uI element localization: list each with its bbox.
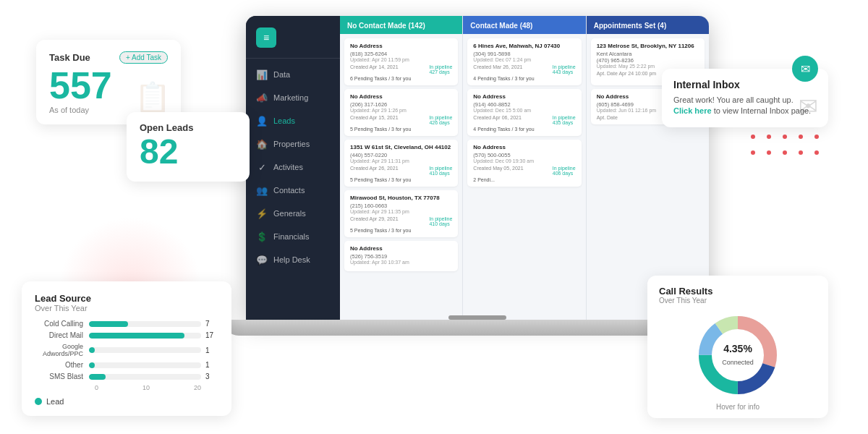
open-leads-title: Open Leads [140, 122, 237, 133]
kanban-card[interactable]: No Address (818) 325-6264 Updated: Apr 2… [344, 38, 458, 85]
kanban-card[interactable]: 6 Hines Ave, Mahwah, NJ 07430 (304) 991-… [467, 38, 581, 85]
properties-icon: 🏠 [256, 138, 268, 150]
legend-label: Lead [46, 397, 64, 406]
call-results-title: Call Results [659, 286, 817, 297]
sidebar-item-activities[interactable]: ✓ Activites [246, 156, 340, 179]
inbox-link-suffix: to view Internal Inbox page. [712, 106, 812, 115]
inbox-card: ✉ Internal Inbox Great work! You are all… [662, 69, 828, 127]
legend: Lead [35, 397, 218, 406]
bar-row-sms: SMS Blast 3 [35, 373, 218, 380]
sidebar-label-properties: Properties [273, 140, 310, 148]
kanban-col-contact-made: Contact Made (48) 6 Hines Ave, Mahwah, N… [463, 16, 586, 320]
sidebar-logo: ≡ [246, 27, 340, 59]
data-icon: 📊 [256, 69, 268, 80]
laptop-screen: ≡ 📊 Data 📣 Marketing 👤 Leads 🏠 Propertie… [246, 16, 709, 320]
bar-row-cold-calling: Cold Calling 7 [35, 320, 218, 328]
kanban-board: No Contact Made (142) No Address (818) 3… [340, 16, 709, 320]
contacts-icon: 👥 [256, 184, 268, 196]
inbox-link[interactable]: Click here [673, 106, 712, 115]
sidebar-item-helpdesk[interactable]: 💬 Help Desk [246, 248, 340, 271]
task-due-title: Task Due [49, 52, 90, 63]
donut-chart: 4.35% Connected [694, 312, 781, 399]
bar-label: Direct Mail [35, 331, 89, 339]
helpdesk-icon: 💬 [256, 254, 268, 265]
donut-center: 4.35% Connected [722, 343, 754, 367]
sidebar-label-activities: Activites [273, 163, 303, 171]
lead-source-title: Lead Source [35, 293, 218, 304]
inbox-letter-decoration: ✉ [799, 93, 818, 120]
sidebar-label-financials: Financials [273, 232, 310, 241]
open-leads-card: Open Leads 82 [127, 112, 250, 182]
col-header-appointments: Appointments Set (4) [587, 16, 709, 34]
app-sidebar: ≡ 📊 Data 📣 Marketing 👤 Leads 🏠 Propertie… [246, 16, 340, 320]
sidebar-item-properties[interactable]: 🏠 Properties [246, 132, 340, 156]
kanban-card[interactable]: No Address (914) 460-8852 Updated: Dec 1… [467, 89, 581, 136]
laptop-notch [448, 315, 506, 320]
sidebar-label-data: Data [273, 70, 290, 79]
sidebar-item-marketing[interactable]: 📣 Marketing [246, 86, 340, 109]
hover-info: Hover for info [659, 403, 817, 411]
logo-icon: ≡ [256, 27, 276, 48]
laptop-frame: ≡ 📊 Data 📣 Marketing 👤 Leads 🏠 Propertie… [246, 16, 709, 349]
kanban-card[interactable]: Mirawood St, Houston, TX 77078 (215) 160… [344, 190, 458, 237]
bar-label: Other [35, 361, 89, 369]
bar-label: Cold Calling [35, 320, 89, 328]
kanban-card[interactable]: No Address (570) 500-0055 Updated: Dec 0… [467, 140, 581, 187]
sidebar-label-generals: Generals [273, 209, 306, 218]
clipboard-icon: 📋 [135, 80, 171, 114]
kanban-card[interactable]: 1351 W 61st St, Cleveland, OH 44102 (440… [344, 140, 458, 187]
col-header-no-contact: No Contact Made (142) [340, 16, 462, 34]
sidebar-item-contacts[interactable]: 👥 Contacts [246, 179, 340, 202]
sidebar-item-generals[interactable]: ⚡ Generals [246, 202, 340, 225]
generals-icon: ⚡ [256, 208, 268, 219]
inbox-body: Great work! You are all caught up. Click… [673, 95, 817, 117]
sidebar-item-leads[interactable]: 👤 Leads [246, 109, 340, 132]
sidebar-label-contacts: Contacts [273, 186, 305, 195]
financials-icon: 💲 [256, 231, 268, 242]
marketing-icon: 📣 [256, 92, 268, 103]
lead-source-sub: Over This Year [35, 304, 218, 312]
bar-row-other: Other 1 [35, 361, 218, 369]
legend-dot [35, 398, 42, 405]
kanban-col-appointments: Appointments Set (4) 123 Melrose St, Bro… [587, 16, 709, 320]
lead-source-card: Lead Source Over This Year Cold Calling … [22, 281, 231, 416]
call-results-sub: Over This Year [659, 297, 817, 305]
col-header-contact-made: Contact Made (48) [463, 16, 585, 34]
inbox-title: Internal Inbox [673, 79, 817, 90]
app-main: No Contact Made (142) No Address (818) 3… [340, 16, 709, 320]
add-task-button[interactable]: + Add Task [119, 51, 168, 64]
bar-label: SMS Blast [35, 373, 89, 380]
sidebar-item-financials[interactable]: 💲 Financials [246, 225, 340, 248]
inbox-email-icon: ✉ [792, 56, 818, 82]
bar-row-google: Google Adwords/PPC 1 [35, 343, 218, 357]
kanban-card[interactable]: No Address (526) 756-3519 Updated: Apr 3… [344, 241, 458, 271]
sidebar-label-marketing: Marketing [273, 93, 308, 102]
call-results-card: Call Results Over This Year 4.35% Connec… [647, 276, 828, 418]
sidebar-label-helpdesk: Help Desk [273, 255, 310, 264]
kanban-col-no-contact: No Contact Made (142) No Address (818) 3… [340, 16, 463, 320]
kanban-card[interactable]: No Address (206) 317-1626 Updated: Apr 2… [344, 89, 458, 136]
open-leads-number: 82 [140, 133, 237, 171]
bar-row-direct-mail: Direct Mail 17 [35, 331, 218, 339]
x-axis: 01020 [35, 384, 218, 391]
sidebar-item-data[interactable]: 📊 Data [246, 63, 340, 86]
bar-label: Google Adwords/PPC [35, 343, 89, 357]
activities-icon: ✓ [256, 161, 268, 173]
leads-icon: 👤 [256, 115, 268, 127]
sidebar-label-leads: Leads [273, 116, 295, 125]
